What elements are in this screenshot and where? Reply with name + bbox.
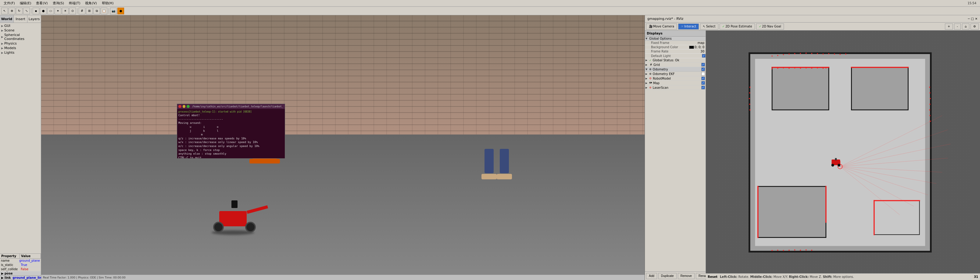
terminal-window[interactable]: /home/zxy/catkin_ws/src/tianbot/tianbot_… <box>177 104 285 159</box>
tab-insert[interactable]: Insert <box>14 15 27 22</box>
tab-layers[interactable]: Layers <box>27 15 41 22</box>
rviz-home-btn[interactable]: ⌂ <box>962 24 969 30</box>
foot-left <box>482 174 497 179</box>
laser-check[interactable] <box>701 86 705 89</box>
prop-static-value[interactable]: True <box>20 263 41 267</box>
rviz-interact-btn[interactable]: ☞ Interact <box>678 24 699 30</box>
rviz-minimize-icon[interactable]: ─ <box>968 17 970 21</box>
foot-right <box>497 174 512 179</box>
menu-angle[interactable]: 视角(V) <box>83 1 99 5</box>
grid-check[interactable] <box>701 63 705 67</box>
rviz-titlebar: gmapping.rviz* - RViz ─ □ ✕ <box>645 15 980 22</box>
terminal-cmd-qz: q/z : increase/decrease max speeds by 10… <box>178 137 283 141</box>
toolbar-box[interactable]: ▪ <box>33 8 39 14</box>
add-display-btn[interactable]: Add <box>646 273 657 279</box>
gazebo-viewport[interactable]: /home/zxy/catkin_ws/src/tianbot/tianbot_… <box>41 15 644 280</box>
terminal-close-btn[interactable] <box>178 105 181 108</box>
pose-label: 2D Pose Estimate <box>725 25 752 28</box>
tree-spherical[interactable]: ▶ Spherical Coordinates <box>1 33 40 41</box>
display-odometry-ekf[interactable]: ▶ ⊛ Odometry EKF <box>645 72 706 76</box>
terminal-min-btn[interactable] <box>183 105 186 108</box>
bg-color-label: Background Color <box>651 45 689 49</box>
toolbar-cylinder[interactable]: ⬭ <box>47 8 54 14</box>
toolbar-record[interactable]: ● <box>118 8 124 14</box>
rviz-zoom-in-btn[interactable]: + <box>945 24 953 30</box>
terminal-keys2: j k l <box>178 129 283 133</box>
toolbar-scale[interactable]: ⤡ <box>23 8 30 14</box>
default-light-check[interactable] <box>702 54 706 58</box>
terminal-max-btn[interactable] <box>187 105 190 108</box>
global-options-label: Global Options <box>649 37 672 40</box>
tree-physics[interactable]: ▶ Physics <box>1 41 40 46</box>
tree-gui[interactable]: ▶ GUI <box>1 24 40 28</box>
prop-name-value[interactable]: ground_plane <box>18 259 41 262</box>
robot-model-check[interactable] <box>701 76 705 80</box>
toolbar-translate[interactable]: ⊕ <box>8 8 15 14</box>
rviz-map-view[interactable]: Reset Left-Click: Rotate. Middle-Click: … <box>706 30 980 280</box>
interact-icon: ☞ <box>681 25 684 28</box>
rviz-select-btn[interactable]: ↖ Select <box>700 24 718 30</box>
svg-point-48 <box>777 250 778 251</box>
duplicate-display-btn[interactable]: Duplicate <box>658 273 677 279</box>
ekf-check[interactable] <box>701 72 705 76</box>
rviz-displays-scroll[interactable]: ▼ Global Options Fixed Frame map Backgro… <box>645 37 706 272</box>
toolbar-copy[interactable]: ⧉ <box>93 8 100 14</box>
rviz-move-camera-btn[interactable]: 🎥 Move Camera <box>646 24 677 30</box>
svg-rect-8 <box>758 186 826 237</box>
display-laser-scan[interactable]: ▶ ⊗ LaserScan <box>645 85 706 90</box>
svg-point-54 <box>811 250 812 251</box>
map-check[interactable] <box>701 81 705 85</box>
prop-link-label: link <box>5 276 11 279</box>
toolbar-joint[interactable]: ⊞ <box>86 8 93 14</box>
svg-rect-75 <box>835 158 837 160</box>
tree-scene[interactable]: ▶ Scene <box>1 28 40 33</box>
toolbar-grid[interactable]: # <box>79 8 85 14</box>
map-reset-btn[interactable]: Reset <box>708 275 718 278</box>
menu-search[interactable]: 查询(S) <box>50 1 67 5</box>
toolbar-point-light[interactable]: ✦ <box>54 8 61 14</box>
bg-color-swatch[interactable] <box>689 46 694 49</box>
tree-lights[interactable]: ▶ Lights <box>1 50 40 55</box>
display-global-options[interactable]: ▼ Global Options <box>645 37 706 41</box>
rviz-zoom-out-btn[interactable]: - <box>954 24 961 30</box>
system-menu-bar[interactable]: 文件(F) 编辑(E) 查看(V) 查询(S) 终端(T) 视角(V) 帮助(H… <box>0 0 980 7</box>
prop-section-link[interactable]: ▶ link ground_plane_link <box>0 276 41 280</box>
menu-terminal[interactable]: 终端(T) <box>67 1 83 5</box>
tree-models[interactable]: ▶ Models <box>1 46 40 50</box>
menu-file[interactable]: 文件(F) <box>1 1 18 5</box>
menu-help[interactable]: 帮助(H) <box>99 1 116 5</box>
tree-models-label: Models <box>4 46 40 50</box>
toolbar-sphere[interactable]: ● <box>40 8 47 14</box>
menu-edit[interactable]: 编辑(E) <box>18 1 34 5</box>
display-map[interactable]: ▶ 🗺 Map <box>645 81 706 85</box>
menu-view[interactable]: 查看(V) <box>33 1 50 5</box>
rviz-settings-btn[interactable]: ⚙ <box>970 24 979 30</box>
map-label: Map <box>652 81 701 85</box>
tab-world[interactable]: World <box>0 15 14 22</box>
toolbar-dir-light[interactable]: ⊙ <box>69 8 76 14</box>
remove-display-btn[interactable]: Remove <box>678 273 695 279</box>
prop-section-pose[interactable]: ▶ pose <box>0 272 41 276</box>
rviz-pose-estimate-btn[interactable]: ✓ 2D Pose Estimate <box>720 24 755 30</box>
arrow-models: ▶ <box>1 47 4 50</box>
toolbar-select[interactable]: ↖ <box>1 8 8 14</box>
odometry-check[interactable] <box>701 67 705 71</box>
rviz-close-icon[interactable]: ✕ <box>975 17 978 21</box>
terminal-cmd-wx: w/x : increase/decrease only linear spee… <box>178 140 283 144</box>
rviz-maximize-icon[interactable]: □ <box>971 17 974 21</box>
rviz-nav-goal-btn[interactable]: ✓ 2D Nav Goal <box>756 24 784 30</box>
grid-label: Grid <box>653 63 701 67</box>
display-robot-model[interactable]: ▶ ⚙ RobotModel <box>645 76 706 81</box>
middle-click-label: Middle-Click: <box>750 275 773 278</box>
display-odometry[interactable]: ▼ ⊛ Odometry <box>645 67 706 72</box>
display-global-status[interactable]: ▶ ✓ Global Status: Ok <box>645 58 706 62</box>
prop-collide-value[interactable]: False <box>20 267 41 271</box>
sep-2 <box>77 8 78 14</box>
toolbar-paste[interactable]: 📋 <box>100 8 107 14</box>
prop-name-label: name <box>0 259 18 262</box>
toolbar-rotate[interactable]: ↻ <box>16 8 22 14</box>
prop-link-value: ground_plane_link <box>13 276 44 279</box>
toolbar-screenshot[interactable]: 📷 <box>110 8 117 14</box>
display-grid[interactable]: ▶ # Grid <box>645 62 706 67</box>
toolbar-spot-light[interactable]: ☀ <box>62 8 68 14</box>
